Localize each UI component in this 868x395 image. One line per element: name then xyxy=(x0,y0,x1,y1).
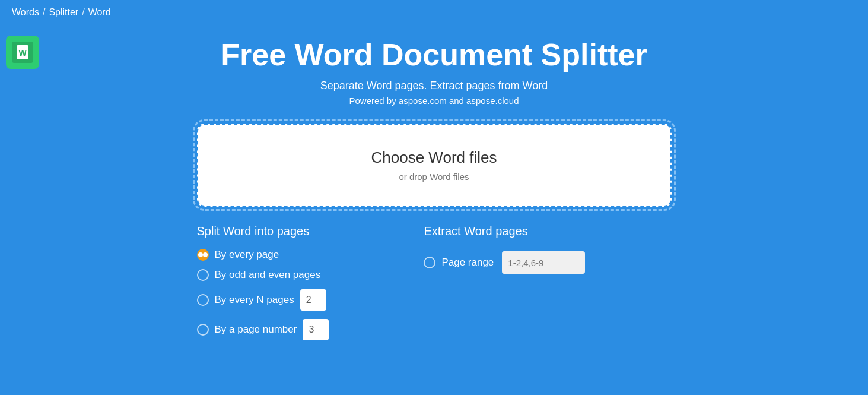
option-by-every-page[interactable]: By every page xyxy=(197,249,329,261)
app-icon: W xyxy=(6,36,39,69)
radio-by-every-page xyxy=(197,249,209,261)
drop-zone[interactable]: Choose Word files or drop Word files xyxy=(197,124,672,207)
breadcrumb-words[interactable]: Words xyxy=(12,7,39,18)
option-page-range[interactable]: Page range xyxy=(424,257,494,268)
option-by-every-n[interactable]: By every N pages xyxy=(197,289,329,311)
extract-section-title: Extract Word pages xyxy=(424,225,585,238)
aspose-com-link[interactable]: aspose.com xyxy=(399,96,447,106)
powered-by: Powered by aspose.com and aspose.cloud xyxy=(349,96,519,106)
breadcrumb-word[interactable]: Word xyxy=(88,7,111,18)
label-by-odd-even: By odd and even pages xyxy=(215,269,321,281)
breadcrumb-sep-2: / xyxy=(82,7,84,18)
page-range-input[interactable] xyxy=(502,251,585,274)
split-section-title: Split Word into pages xyxy=(197,225,329,238)
radio-page-range xyxy=(424,257,435,268)
option-by-odd-even[interactable]: By odd and even pages xyxy=(197,269,329,281)
subtitle: Separate Word pages. Extract pages from … xyxy=(320,80,548,92)
radio-by-page-number xyxy=(197,324,209,336)
drop-zone-subtitle: or drop Word files xyxy=(399,172,469,182)
extract-row: Page range xyxy=(424,251,585,274)
split-section: Split Word into pages By every page By o… xyxy=(197,225,329,349)
page-number-input[interactable] xyxy=(303,319,329,340)
options-section: Split Word into pages By every page By o… xyxy=(197,225,672,349)
main-content: Free Word Document Splitter Separate Wor… xyxy=(0,25,868,349)
label-by-every-page: By every page xyxy=(215,249,279,261)
aspose-cloud-link[interactable]: aspose.cloud xyxy=(466,96,519,106)
breadcrumb-sep-1: / xyxy=(43,7,45,18)
radio-by-odd-even xyxy=(197,269,209,281)
breadcrumb: Words / Splitter / Word xyxy=(0,0,868,25)
label-by-page-number: By a page number xyxy=(215,324,297,336)
label-page-range: Page range xyxy=(441,257,494,268)
radio-by-every-n xyxy=(197,294,209,306)
label-by-every-n: By every N pages xyxy=(215,294,294,306)
svg-text:W: W xyxy=(18,48,27,58)
breadcrumb-splitter[interactable]: Splitter xyxy=(49,7,78,18)
word-icon: W xyxy=(12,42,33,63)
page-title: Free Word Document Splitter xyxy=(221,37,647,72)
n-pages-input[interactable] xyxy=(300,289,326,311)
option-by-page-number[interactable]: By a page number xyxy=(197,319,329,340)
extract-section: Extract Word pages Page range xyxy=(424,225,585,349)
drop-zone-title: Choose Word files xyxy=(371,148,497,167)
